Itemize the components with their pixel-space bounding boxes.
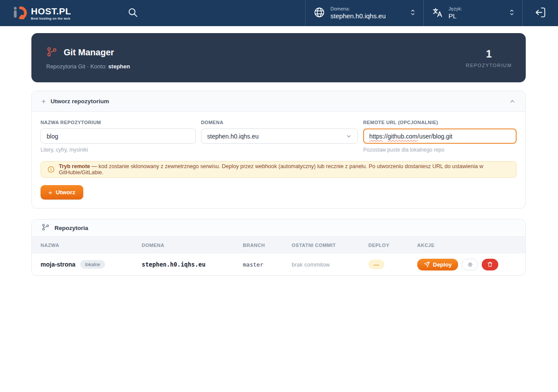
repo-name-hint: Litery, cyfry, myslniki (41, 147, 196, 153)
trash-icon (487, 261, 493, 267)
create-repo-panel-header[interactable]: + Utworz repozytorium (32, 91, 525, 112)
collapse-button[interactable] (509, 98, 516, 105)
repo-name-input[interactable] (41, 128, 196, 144)
column-header: DEPLOY (368, 243, 417, 248)
logo-text: HOST.PL (31, 7, 71, 16)
search-button[interactable] (127, 0, 138, 26)
logo-tagline: Best hosting on the web (31, 17, 71, 20)
column-header: NAZWA (41, 243, 142, 248)
language-selector-value: PL (449, 12, 462, 20)
send-icon (424, 261, 430, 267)
logout-icon (534, 7, 546, 20)
repos-panel: Repozytoria NAZWA DOMENA BRANCH OSTATNI … (31, 219, 526, 276)
gear-icon (467, 261, 473, 268)
plus-icon: + (41, 97, 46, 106)
domain-selector[interactable]: Domena: stephen.h0.iqhs.eu (305, 0, 423, 26)
table-header-row: NAZWA DOMENA BRANCH OSTATNI COMMIT DEPLO… (32, 237, 525, 253)
search-icon (127, 7, 138, 20)
repo-count-label: REPOZYTORIUM (466, 63, 512, 68)
top-navbar: HOST.PL Best hosting on the web Domena: … (0, 0, 558, 26)
repo-counter: 1 REPOZYTORIUM (466, 48, 512, 68)
create-repo-panel-title: Utworz repozytorium (51, 98, 109, 105)
plus-icon: + (48, 189, 52, 196)
column-header: BRANCH (243, 243, 292, 248)
repo-settings-button[interactable] (462, 259, 478, 270)
repos-panel-header: Repozytoria (32, 220, 525, 237)
repo-delete-button[interactable] (482, 259, 498, 270)
create-repo-panel: + Utworz repozytorium NAZWA REPOZYTORIUM… (31, 91, 526, 209)
page-header-card: Git Manager Repozytoria Git · Konto: ste… (31, 33, 526, 82)
repo-name-label: NAZWA REPOZYTORIUM (41, 120, 196, 125)
column-header: DOMENA (142, 243, 243, 248)
remote-url-field: REMOTE URL (OPCJONALNIE) https://github.… (363, 120, 517, 153)
chevron-up-icon (509, 98, 516, 105)
notice-text: Tryb remote — kod zostanie sklonowany z … (59, 163, 510, 176)
remote-mode-notice: Tryb remote — kod zostanie sklonowany z … (41, 161, 517, 178)
repo-name: moja-strona (41, 261, 75, 268)
page-title: Git Manager (64, 47, 114, 57)
domain-selector-value: stephen.h0.iqhs.eu (330, 12, 386, 20)
globe-icon (313, 7, 325, 20)
remote-url-input[interactable]: https://github.com/user/blog.git (363, 128, 517, 144)
domain-select[interactable]: stephen.h0.iqhs.eu (201, 128, 358, 144)
domain-selector-label: Domena: (330, 6, 386, 12)
translate-icon (432, 7, 443, 20)
deploy-status-badge: — (368, 260, 384, 269)
logo[interactable]: HOST.PL Best hosting on the web (10, 0, 71, 26)
domain-label: DOMENA (201, 120, 358, 125)
git-branch-icon (46, 46, 58, 59)
chevron-down-icon (346, 133, 352, 139)
remote-url-hint: Pozostaw puste dla lokalnego repo (363, 147, 517, 153)
column-header: AKCJE (417, 243, 517, 248)
repo-name-field: NAZWA REPOZYTORIUM Litery, cyfry, myslni… (41, 120, 196, 153)
logout-button[interactable] (522, 0, 558, 26)
remote-url-label: REMOTE URL (OPCJONALNIE) (363, 120, 517, 125)
git-branch-icon (41, 223, 50, 233)
repo-last-commit: brak commitow (292, 261, 368, 268)
repo-branch: master (243, 261, 292, 268)
repos-panel-title: Repozytoria (54, 225, 88, 231)
language-selector[interactable]: Język: PL (423, 0, 522, 26)
page-subtitle: Repozytoria Git · Konto: stephen (46, 63, 130, 70)
repo-count-value: 1 (486, 48, 492, 60)
info-icon (48, 166, 54, 173)
domain-field: DOMENA stephen.h0.iqhs.eu (201, 120, 358, 153)
chevron-updown-icon (509, 9, 514, 18)
account-name: stephen (108, 63, 130, 70)
create-button[interactable]: + Utworz (41, 185, 83, 199)
deploy-button[interactable]: Deploy (417, 259, 458, 270)
chevron-updown-icon (410, 9, 415, 18)
logo-mark-icon (10, 5, 27, 21)
column-header: OSTATNI COMMIT (292, 243, 368, 248)
domain-select-value: stephen.h0.iqhs.eu (207, 133, 259, 140)
repo-type-badge: lokalne (80, 260, 105, 269)
table-row: moja-strona lokalne stephen.h0.iqhs.eu m… (32, 253, 525, 275)
repo-domain: stephen.h0.iqhs.eu (142, 261, 243, 268)
language-selector-label: Język: (449, 6, 462, 12)
